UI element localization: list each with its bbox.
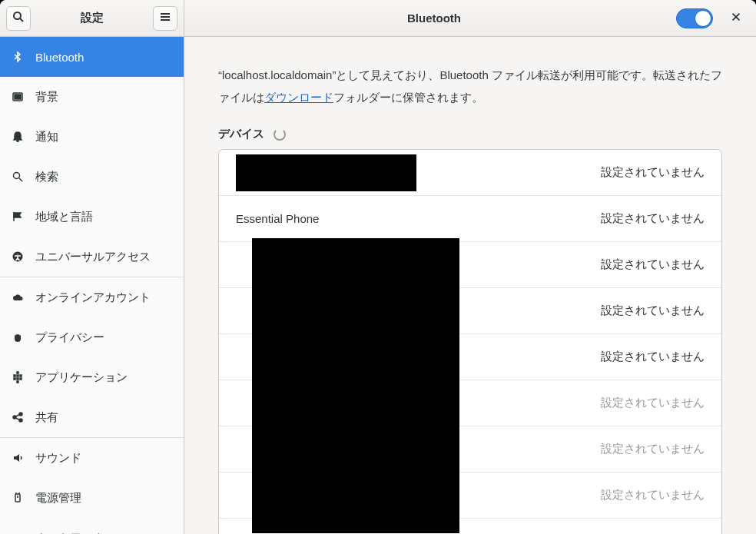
svg-point-0 <box>14 12 21 19</box>
sound-icon <box>11 451 25 465</box>
sidebar-item-label: サウンド <box>35 451 81 466</box>
devices-header: デバイス <box>218 127 722 141</box>
svg-point-24 <box>19 413 22 416</box>
bell-icon <box>11 130 25 144</box>
bluetooth-icon <box>11 50 25 64</box>
sidebar-item-apps[interactable]: アプリケーション <box>0 357 184 397</box>
svg-line-26 <box>16 415 20 417</box>
sidebar-search-button[interactable] <box>6 6 31 31</box>
sidebar-item-share[interactable]: 共有 <box>0 397 184 437</box>
sidebar-item-cloud[interactable]: オンラインアカウント <box>0 277 184 317</box>
device-status: 設定されていません <box>601 303 705 318</box>
sidebar-item-hand[interactable]: プライバシー <box>0 317 184 357</box>
sidebar-item-label: 電源管理 <box>35 491 81 506</box>
device-status: 設定されていません <box>601 396 705 410</box>
devices-label: デバイス <box>218 127 264 141</box>
sidebar-item-sound[interactable]: サウンド <box>0 438 184 478</box>
sidebar-item-label: Bluetooth <box>35 51 84 64</box>
sidebar-item-background[interactable]: 背景 <box>0 77 184 117</box>
sidebar-item-label: 検索 <box>35 170 58 184</box>
scanning-spinner-icon <box>274 128 286 141</box>
search-icon <box>11 170 25 184</box>
svg-rect-18 <box>20 375 22 376</box>
sidebar-item-flag[interactable]: 地域と言語 <box>0 197 184 237</box>
hamburger-icon <box>159 11 171 25</box>
sidebar-item-accessibility[interactable]: ユニバーサルアクセス <box>0 237 184 277</box>
sidebar-item-search[interactable]: 検索 <box>0 157 184 197</box>
share-icon <box>11 410 25 424</box>
intro-text: “localhost.localdomain”として見えており、Bluetoot… <box>218 65 722 108</box>
sidebar-item-label: オンラインアカウント <box>35 290 151 305</box>
svg-rect-17 <box>17 375 18 376</box>
device-row[interactable]: 設定されていません <box>219 150 721 196</box>
sidebar: Bluetooth背景通知検索地域と言語ユニバーサルアクセスオンラインアカウント… <box>0 37 184 534</box>
hamburger-menu-button[interactable] <box>153 6 177 31</box>
network-icon <box>11 531 25 534</box>
svg-rect-15 <box>17 372 18 373</box>
svg-rect-19 <box>14 378 15 380</box>
sidebar-item-label: ネットワーク <box>35 531 104 535</box>
sidebar-item-network[interactable]: ネットワーク <box>0 518 184 534</box>
redacted-device-name <box>236 154 416 191</box>
device-name: Essential Phone <box>236 212 319 225</box>
intro-post: フォルダーに保管されます。 <box>333 91 483 104</box>
sidebar-item-label: ユニバーサルアクセス <box>35 250 151 264</box>
titlebar: 設定 Bluetooth <box>0 0 756 37</box>
svg-point-14 <box>17 254 19 256</box>
page-title: Bluetooth <box>192 12 676 25</box>
svg-rect-20 <box>17 378 18 380</box>
device-row[interactable]: Essential Phone設定されていません <box>219 196 721 242</box>
sidebar-item-bell[interactable]: 通知 <box>0 117 184 157</box>
flag-icon <box>11 210 25 224</box>
search-icon <box>12 11 25 25</box>
titlebar-left: 設定 <box>0 0 184 36</box>
power-icon <box>11 491 25 505</box>
sidebar-item-label: 地域と言語 <box>35 210 93 224</box>
close-window-button[interactable] <box>724 6 748 31</box>
svg-line-1 <box>20 18 23 22</box>
device-status: 設定されていません <box>601 488 705 502</box>
bluetooth-toggle[interactable] <box>676 8 713 28</box>
device-status: 設定されていません <box>601 442 705 456</box>
redaction-block <box>252 238 459 533</box>
close-icon <box>731 12 741 25</box>
titlebar-right: Bluetooth <box>184 0 756 36</box>
svg-line-27 <box>16 418 20 420</box>
settings-window: 設定 Bluetooth Bluetooth背景通知検索地域と言語ユニバーサルア… <box>0 0 756 534</box>
device-status: 設定されていません <box>601 350 705 364</box>
sidebar-item-label: 通知 <box>35 130 58 144</box>
svg-point-9 <box>17 141 18 142</box>
sidebar-item-label: 共有 <box>35 410 58 425</box>
sidebar-item-label: アプリケーション <box>35 370 128 385</box>
apps-icon <box>11 370 25 384</box>
sidebar-item-label: プライバシー <box>35 330 104 345</box>
svg-rect-16 <box>14 375 15 376</box>
cloud-icon <box>11 290 25 304</box>
svg-rect-21 <box>20 378 22 380</box>
sidebar-item-label: 背景 <box>35 90 58 104</box>
svg-rect-8 <box>15 95 21 99</box>
svg-point-10 <box>14 173 20 179</box>
sidebar-item-bluetooth[interactable]: Bluetooth <box>0 37 184 77</box>
background-icon <box>11 90 25 104</box>
device-status: 設定されていません <box>601 211 705 226</box>
app-title: 設定 <box>37 11 147 25</box>
device-status: 設定されていません <box>601 165 705 180</box>
svg-line-11 <box>19 178 22 181</box>
svg-point-25 <box>19 419 22 422</box>
downloads-link[interactable]: ダウンロード <box>264 91 333 104</box>
device-status: 設定されていません <box>601 257 705 272</box>
accessibility-icon <box>11 250 25 264</box>
svg-rect-22 <box>17 381 18 383</box>
hand-icon <box>11 330 25 344</box>
sidebar-item-power[interactable]: 電源管理 <box>0 478 184 518</box>
